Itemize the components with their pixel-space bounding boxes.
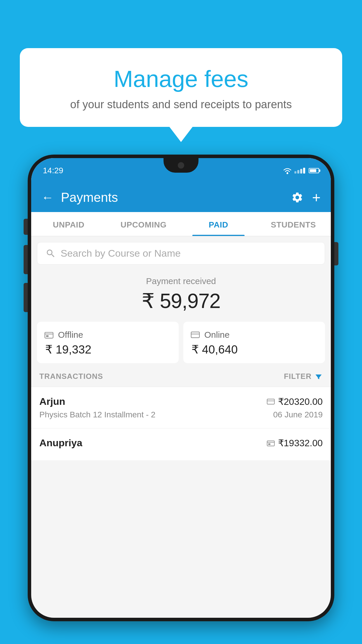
transaction-course: Physics Batch 12 Installment - 2	[39, 410, 155, 419]
transaction-item-anupriya[interactable]: Anupriya ₹19332.00	[31, 428, 331, 460]
speech-bubble-title: Manage fees	[34, 66, 328, 92]
filter-icon	[314, 372, 323, 381]
tab-upcoming[interactable]: UPCOMING	[106, 212, 181, 236]
offline-icon	[44, 330, 54, 340]
wifi-icon	[283, 167, 292, 175]
status-time: 14:29	[43, 166, 63, 175]
payment-cards: Offline ₹ 19,332 Online ₹ 40,640	[37, 322, 325, 363]
tab-unpaid[interactable]: UNPAID	[31, 212, 106, 236]
power-button	[334, 242, 338, 265]
phone-camera	[178, 162, 184, 169]
mute-button	[24, 219, 28, 235]
search-icon	[45, 248, 56, 259]
filter-label: FILTER	[284, 372, 312, 381]
transaction-name: Arjun	[39, 396, 65, 407]
tabs-bar: UNPAID UPCOMING PAID STUDENTS	[31, 212, 331, 236]
header-title: Payments	[61, 190, 291, 205]
transaction-amount-value: ₹20320.00	[278, 396, 323, 407]
online-icon	[190, 330, 200, 340]
transaction-row1: Arjun ₹20320.00	[39, 396, 323, 407]
payment-received-label: Payment received	[37, 276, 325, 286]
transaction-row1-anupriya: Anupriya ₹19332.00	[39, 437, 323, 449]
phone-container: 14:29	[28, 155, 334, 644]
tab-students[interactable]: STUDENTS	[256, 212, 331, 236]
back-button[interactable]: ←	[41, 190, 54, 204]
transactions-label: TRANSACTIONS	[39, 372, 103, 381]
svg-rect-1	[45, 332, 53, 338]
payment-amount: ₹ 59,972	[37, 289, 325, 313]
status-icons	[283, 167, 319, 175]
offline-label: Offline	[58, 330, 83, 340]
speech-bubble-subtitle: of your students and send receipts to pa…	[34, 98, 328, 111]
phone-screen: 14:29	[31, 158, 331, 618]
speech-bubble-container: Manage fees of your students and send re…	[20, 48, 342, 127]
online-card-header: Online	[190, 330, 318, 340]
battery-icon	[309, 168, 319, 173]
phone-outer: 14:29	[28, 155, 334, 621]
search-bar[interactable]: Search by Course or Name	[37, 242, 325, 265]
offline-amount: ₹ 19,332	[44, 343, 172, 356]
transaction-amount-anupriya: ₹19332.00	[266, 438, 323, 449]
search-placeholder: Search by Course or Name	[61, 248, 181, 259]
offline-mode-icon	[266, 439, 275, 447]
transaction-row2: Physics Batch 12 Installment - 2 06 June…	[39, 410, 323, 419]
header-icons: +	[291, 190, 321, 205]
svg-rect-8	[267, 441, 274, 446]
signal-icon	[294, 168, 305, 174]
speech-bubble: Manage fees of your students and send re…	[20, 48, 342, 127]
svg-rect-4	[191, 332, 199, 338]
transaction-amount: ₹20320.00	[266, 396, 323, 407]
payment-summary: Payment received ₹ 59,972	[31, 265, 331, 322]
offline-payment-card: Offline ₹ 19,332	[37, 322, 179, 363]
filter-button[interactable]: FILTER	[284, 372, 323, 381]
tab-paid[interactable]: PAID	[181, 212, 256, 236]
online-label: Online	[204, 330, 230, 340]
status-bar: 14:29	[31, 158, 331, 183]
transaction-item-arjun[interactable]: Arjun ₹20320.00 Physics Batch 12 Install…	[31, 387, 331, 428]
phone-notch	[164, 158, 198, 173]
volume-up-button	[24, 245, 28, 274]
online-mode-icon	[266, 397, 275, 406]
transaction-name-anupriya: Anupriya	[39, 437, 82, 449]
svg-rect-6	[267, 399, 274, 404]
volume-down-button	[24, 283, 28, 312]
svg-rect-3	[46, 335, 49, 337]
add-button[interactable]: +	[312, 190, 321, 205]
transaction-date: 06 June 2019	[273, 410, 323, 419]
settings-icon[interactable]	[291, 191, 303, 204]
online-payment-card: Online ₹ 40,640	[183, 322, 325, 363]
online-amount: ₹ 40,640	[190, 343, 318, 356]
svg-point-0	[287, 172, 288, 174]
offline-card-header: Offline	[44, 330, 172, 340]
svg-rect-10	[268, 443, 270, 445]
transaction-amount-value-anupriya: ₹19332.00	[278, 438, 323, 449]
transactions-header: TRANSACTIONS FILTER	[31, 363, 331, 387]
app-header: ← Payments +	[31, 183, 331, 212]
